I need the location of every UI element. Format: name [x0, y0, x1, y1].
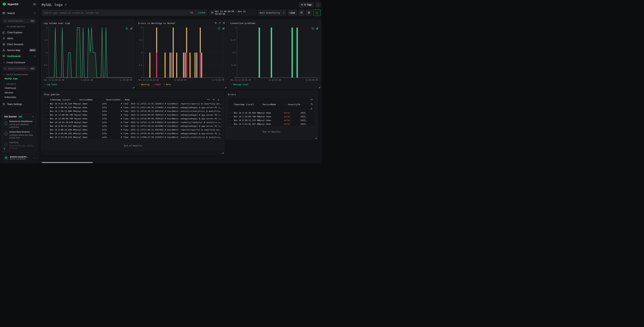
- row-expander-icon[interactable]: ›: [230, 123, 234, 125]
- row-expander-icon[interactable]: ›: [46, 110, 50, 112]
- table-row[interactable]: ›Nov 14 10:15:30.678 AMmysql-demoinfo# T…: [44, 121, 222, 124]
- wrap-lines-icon[interactable]: [212, 98, 215, 101]
- row-expander-icon[interactable]: ›: [230, 119, 234, 122]
- delete-chart-icon[interactable]: [223, 22, 225, 24]
- bar-mode-icon[interactable]: [222, 27, 224, 30]
- edit-title-icon[interactable]: [64, 4, 67, 6]
- view-source-icon[interactable]: </>: [207, 98, 210, 101]
- row-expander-icon[interactable]: ›: [230, 112, 234, 114]
- row-expander-icon[interactable]: ›: [46, 129, 50, 131]
- resize-handle-icon[interactable]: [222, 152, 223, 154]
- drag-handle-icon[interactable]: ⋮⋮: [102, 99, 104, 101]
- chart-canvas[interactable]: 00.250.50.751Nov 14 12:00:00 AM11:00:00 …: [230, 26, 319, 82]
- chart-canvas[interactable]: 00.511.52Nov 14 12:00:00 AM11:00:00 AM11…: [44, 26, 133, 82]
- get-started-step[interactable]: ✓ Create Data Sources Configure where yo…: [4, 131, 34, 139]
- row-expander-icon[interactable]: ›: [46, 107, 50, 109]
- page-hscrollbar-thumb[interactable]: [42, 162, 93, 163]
- get-started-step[interactable]: ✓ Connect to ClickHouse Set up your data…: [4, 120, 34, 129]
- drag-handle-icon[interactable]: ⋮⋮: [284, 104, 286, 105]
- table-row[interactable]: ›Nov 14 4:23:45.567 AMmysql-demoerror202…: [228, 122, 315, 126]
- row-expander-icon[interactable]: ›: [46, 136, 50, 138]
- get-started-step[interactable]: ✓ Add Data Start sending logs, metrics, …: [4, 141, 34, 150]
- legend-item[interactable]: —Message count: [231, 83, 248, 86]
- table-row[interactable]: ›Nov 14 5:15:30.456 PMmysql-demoerror202…: [228, 111, 315, 115]
- sidebar-item-service-map[interactable]: Service Map BETA: [0, 47, 38, 53]
- user-menu[interactable]: D dominic.tran@clic... dominic.tran@clic…: [2, 154, 36, 161]
- row-expander-icon[interactable]: ›: [46, 125, 50, 127]
- row-expander-icon[interactable]: ›: [46, 103, 50, 105]
- resize-handle-icon[interactable]: [133, 87, 134, 88]
- row-expander-icon[interactable]: ›: [46, 121, 50, 124]
- event-search-input[interactable]: [44, 11, 190, 14]
- sidebar-item-dashboards[interactable]: Dashboards: [0, 53, 38, 59]
- saved-dashboards-field[interactable]: [8, 67, 28, 70]
- line-mode-icon[interactable]: [312, 27, 314, 30]
- run-query-button[interactable]: [313, 10, 321, 16]
- table-row[interactable]: ›Nov 14 12:00:00.789 PMmysql-demoinfo# T…: [44, 113, 222, 117]
- wrap-lines-icon[interactable]: [310, 103, 313, 105]
- table-row[interactable]: ›Nov 14 8:30:45.567 AMmysql-demoinfo# Ti…: [44, 124, 222, 128]
- bar-mode-icon[interactable]: [130, 27, 132, 30]
- sidebar-item-chart-explorer[interactable]: Chart Explorer: [0, 30, 38, 35]
- refresh-button[interactable]: [298, 10, 304, 16]
- filter-button[interactable]: [306, 10, 312, 16]
- column-header-servicename[interactable]: ⋮⋮ServiceName: [258, 103, 284, 106]
- duplicate-icon[interactable]: [215, 22, 217, 24]
- get-started-header[interactable]: Get Started 3/3: [4, 115, 34, 118]
- sidebar-collapse-icon[interactable]: [33, 3, 36, 6]
- presets-section-header[interactable]: PRESETS: [0, 81, 38, 86]
- view-source-icon[interactable]: </>: [310, 98, 313, 101]
- sidebar-item-search[interactable]: Search: [0, 10, 38, 17]
- resize-handle-icon[interactable]: [316, 137, 316, 139]
- column-header-severitytext[interactable]: ⋮⋮SeverityText: [102, 99, 121, 101]
- table-row[interactable]: ›Nov 14 4:45:00.345 AMmysql-demoinfo# Ti…: [44, 132, 222, 135]
- line-mode-icon[interactable]: [126, 27, 128, 30]
- event-search-box[interactable]: SQL | Lucene: [42, 10, 207, 16]
- legend-item[interactable]: —ERROR: [152, 83, 161, 86]
- sidebar-item-alerts[interactable]: Alerts: [0, 35, 38, 41]
- lucene-toggle[interactable]: Lucene: [198, 12, 205, 14]
- table-row[interactable]: ›Nov 14 8:30:15.123 AMmysql-demoerror202…: [228, 119, 315, 122]
- download-icon[interactable]: [217, 98, 220, 101]
- sidebar-item-services[interactable]: Services: [0, 90, 38, 95]
- chart-canvas[interactable]: 00.511.52Nov 14 12:00:00 AM11:00:00 AM11…: [138, 26, 225, 82]
- legend-item[interactable]: —Note: [164, 83, 171, 86]
- column-header-timestamp[interactable]: Timestamp (Local): [50, 99, 75, 101]
- table-row[interactable]: ›Nov 14 6:00:15.456 AMmysql-demoinfo# Ti…: [44, 128, 222, 132]
- drag-handle-icon[interactable]: ⋮⋮: [75, 99, 78, 101]
- table-row[interactable]: ›Nov 14 3:00:30.123 PMmysql-demoinfo# Ti…: [44, 106, 222, 109]
- date-range-picker[interactable]: Nov 14 00:00:00 - Nov 15 00:00:00: [209, 10, 256, 16]
- row-expander-icon[interactable]: ›: [46, 133, 50, 135]
- sidebar-item-clickhouse[interactable]: ClickHouse: [0, 86, 38, 90]
- bar-mode-icon[interactable]: [316, 27, 318, 30]
- legend-item[interactable]: —Log Count: [44, 83, 57, 86]
- table-row[interactable]: ›Nov 14 4:15:45.234 PMmysql-demoinfo# Ti…: [44, 102, 222, 106]
- row-expander-icon[interactable]: ›: [46, 118, 50, 120]
- drag-handle-icon[interactable]: ⋮⋮: [121, 99, 124, 101]
- saved-dashboards-input[interactable]: ⌘K: [2, 66, 36, 71]
- saved-searches-field[interactable]: [8, 20, 28, 22]
- live-button[interactable]: Live: [288, 10, 297, 16]
- saved-searches-input[interactable]: ⌘K: [2, 19, 36, 23]
- tags-button[interactable]: 0 Tags: [299, 2, 314, 7]
- resize-handle-icon[interactable]: [225, 87, 226, 88]
- row-expander-icon[interactable]: ›: [230, 116, 234, 118]
- help-button[interactable]: ?: [2, 147, 7, 152]
- legend-item[interactable]: —Warning: [139, 83, 149, 86]
- table-row[interactable]: ›Nov 14 12:00:00.789 PMmysql-demoinfo# T…: [44, 117, 222, 121]
- saved-dashboards-section-header[interactable]: SAVED DASHBOARDS: [0, 71, 38, 76]
- resize-handle-icon[interactable]: [319, 87, 320, 88]
- chevron-up-icon[interactable]: [34, 55, 36, 57]
- sidebar-item-kubernetes[interactable]: Kubernetes: [0, 95, 38, 99]
- column-header-servicename[interactable]: ⋮⋮ServiceName: [75, 99, 102, 101]
- table-hscrollbar[interactable]: [42, 151, 224, 154]
- chevron-up-icon[interactable]: [34, 12, 36, 14]
- sidebar-item-mysql-logs[interactable]: MySQL logs: [0, 76, 38, 81]
- sql-toggle[interactable]: SQL: [190, 12, 194, 14]
- download-icon[interactable]: [310, 107, 313, 110]
- create-dashboard-button[interactable]: + Create Dashboard: [0, 59, 38, 64]
- table-row[interactable]: ›Nov 14 1:30:15.890 PMmysql-demoinfo# Ti…: [44, 109, 222, 113]
- column-header-severitytext[interactable]: ⋮⋮SeverityText: [284, 103, 300, 106]
- column-header-body[interactable]: ⋮⋮Body: [121, 99, 222, 101]
- row-expander-icon[interactable]: ›: [46, 114, 50, 116]
